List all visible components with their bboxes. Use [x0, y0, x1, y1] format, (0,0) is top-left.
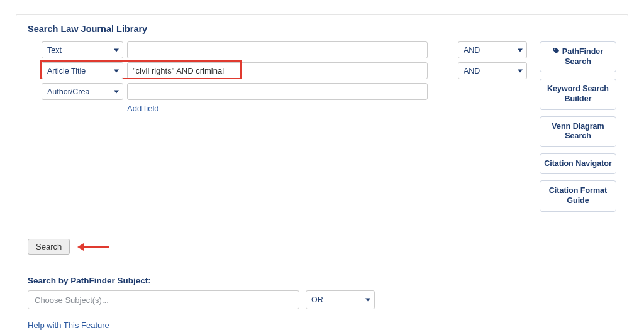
query-input-column: "civil rights" AND criminal Add field — [127, 41, 428, 113]
search-button-row: Search — [28, 239, 528, 255]
query-input-row2[interactable]: "civil rights" AND criminal — [127, 62, 428, 79]
arrow-shaft — [84, 246, 109, 248]
subject-operator-select[interactable]: OR — [306, 290, 375, 309]
subject-row: Choose Subject(s)... OR — [28, 290, 528, 309]
page-container: Search Law Journal Library Text Article … — [3, 3, 641, 335]
tag-icon — [553, 47, 560, 57]
subject-operator-label: OR — [311, 295, 323, 304]
subject-placeholder: Choose Subject(s)... — [35, 295, 109, 305]
operator-select-row1-label: AND — [464, 46, 480, 55]
help-link[interactable]: Help with This Feature — [28, 321, 528, 330]
search-panel: Search Law Journal Library Text Article … — [16, 14, 628, 335]
field-select-row2[interactable]: Article Title — [42, 62, 123, 79]
field-select-row1-label: Text — [47, 46, 62, 55]
chevron-down-icon — [518, 69, 523, 72]
query-input-row2-value: "civil rights" AND criminal — [133, 66, 224, 75]
field-select-row2-label: Article Title — [47, 67, 86, 75]
operator-select-row2-label: AND — [464, 67, 480, 75]
search-grid: Text Article Title Author/Crea — [28, 41, 528, 113]
operator-column: AND AND — [458, 41, 527, 113]
operator-select-row1[interactable]: AND — [458, 41, 527, 58]
subject-select[interactable]: Choose Subject(s)... — [28, 290, 299, 309]
add-field-link[interactable]: Add field — [127, 104, 428, 113]
query-input-row1[interactable] — [127, 41, 428, 58]
chevron-down-icon — [114, 69, 119, 72]
field-select-row1[interactable]: Text — [42, 41, 123, 58]
chevron-down-icon — [365, 299, 370, 302]
side-tools-column: PathFinder Search Keyword Search Builder… — [540, 41, 616, 218]
subject-heading: Search by PathFinder Subject: — [28, 276, 528, 285]
arrow-annotation — [77, 243, 109, 251]
field-select-row3[interactable]: Author/Crea — [42, 83, 123, 100]
chevron-down-icon — [114, 90, 119, 93]
field-select-column: Text Article Title Author/Crea — [42, 41, 123, 113]
citation-navigator-button[interactable]: Citation Navigator — [540, 153, 616, 175]
field-select-row3-label: Author/Crea — [47, 87, 89, 96]
search-button[interactable]: Search — [28, 239, 70, 255]
keyword-search-builder-button[interactable]: Keyword Search Builder — [540, 79, 616, 109]
arrow-head-icon — [77, 243, 84, 251]
chevron-down-icon — [114, 48, 119, 52]
query-input-row3[interactable] — [127, 83, 428, 100]
operator-select-row2[interactable]: AND — [458, 62, 527, 79]
chevron-down-icon — [518, 48, 523, 52]
pathfinder-search-button[interactable]: PathFinder Search — [540, 41, 616, 72]
venn-diagram-search-button[interactable]: Venn Diagram Search — [540, 116, 616, 147]
search-left: Text Article Title Author/Crea — [28, 41, 528, 330]
search-body: Text Article Title Author/Crea — [28, 41, 616, 330]
pathfinder-search-label: PathFinder Search — [562, 47, 603, 66]
panel-heading: Search Law Journal Library — [28, 24, 616, 34]
citation-format-guide-button[interactable]: Citation Format Guide — [540, 180, 616, 211]
